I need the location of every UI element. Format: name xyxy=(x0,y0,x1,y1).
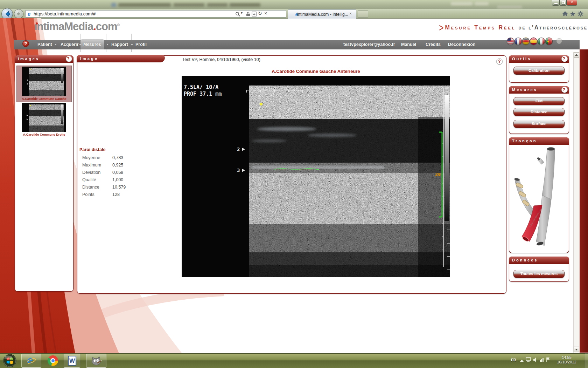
nav-item-rapport[interactable]: Rapport xyxy=(111,42,128,47)
scroll-down-button[interactable] xyxy=(574,347,579,352)
outils-panel-header: Outils ? xyxy=(509,55,569,63)
ie-favicon: e xyxy=(28,11,30,17)
nav-item-patient[interactable]: Patient xyxy=(37,42,52,47)
images-help-button[interactable]: ? xyxy=(66,56,72,62)
nav-bullet xyxy=(55,44,56,45)
search-icon[interactable] xyxy=(235,12,240,16)
ultrasound-image[interactable]: 7.5LA/ 10/A PROF 37.1 mm 2 3 20 xyxy=(182,76,450,277)
tagline-primary: Mesure Temps Réel xyxy=(445,25,516,31)
action-center-flag-icon[interactable] xyxy=(547,357,550,362)
favorites-star-icon[interactable] xyxy=(570,11,576,17)
tray-icons[interactable] xyxy=(526,357,550,363)
logo-tld: com xyxy=(96,20,117,33)
ultrasound-overlay-line1: 7.5LA/ 10/A xyxy=(184,84,218,90)
url-text[interactable]: https://beta.intimamedia.com/# xyxy=(34,11,96,16)
flag-de-icon[interactable] xyxy=(522,38,530,45)
nav-link-credits[interactable]: Crédits xyxy=(426,42,441,47)
measurement-label: Distance xyxy=(82,185,99,190)
lock-icon[interactable] xyxy=(246,12,250,16)
nav-separator xyxy=(55,34,55,40)
nav-item-acquerir[interactable]: Acquérir xyxy=(61,42,78,47)
measurement-label: Deviation xyxy=(82,170,100,175)
flag-extra-faded-icon[interactable] xyxy=(556,38,562,44)
flag-es-icon[interactable] xyxy=(530,38,537,45)
thumbnail-item-selected[interactable]: A.Carotide Commune Gauche xyxy=(16,66,72,102)
background-window-title-blur xyxy=(174,3,204,7)
flag-it-icon[interactable] xyxy=(538,38,545,45)
nav-bullet xyxy=(79,44,81,45)
nav-separator xyxy=(106,34,106,40)
taskbar-gimp-button[interactable] xyxy=(86,354,106,368)
nav-separator xyxy=(80,49,80,52)
images-panel-header: Images ? xyxy=(15,55,74,63)
image-help-button[interactable]: ? xyxy=(496,58,503,64)
tab-close-icon[interactable]: × xyxy=(349,11,352,16)
flag-pt-icon[interactable] xyxy=(545,38,553,45)
tray-date: 10/10/2012 xyxy=(552,360,582,364)
tray-language[interactable]: FR xyxy=(511,358,516,362)
tray-hidden-icons-button[interactable] xyxy=(520,360,524,362)
search-dropdown-caret-icon[interactable]: ▾ xyxy=(241,11,243,15)
tagline-secondary: de l'Athérosclérose xyxy=(519,25,588,31)
scroll-up-icon xyxy=(575,54,578,56)
stop-icon[interactable]: × xyxy=(264,11,267,16)
taskbar-chrome-button[interactable] xyxy=(48,355,58,366)
nav-item-mesures[interactable]: Mesures xyxy=(83,42,101,47)
mesures-panel: Mesures ? EIM Distance Surface xyxy=(509,86,569,134)
outils-help-button[interactable]: ? xyxy=(561,56,568,62)
thumbnail-item[interactable]: A.Carotide Commune Droite xyxy=(16,102,72,138)
scroll-up-button[interactable] xyxy=(574,52,579,58)
thumbnail-label[interactable]: A.Carotide Commune Droite xyxy=(16,133,72,136)
grayscale-colorbar xyxy=(444,95,449,221)
measurement-value: 0,783 xyxy=(112,155,123,160)
depth-scale-value: 20 xyxy=(435,172,441,177)
refresh-icon[interactable]: ↻ xyxy=(258,11,262,16)
flag-fr-icon[interactable] xyxy=(514,38,522,45)
site-logo[interactable]: ıntimaMedia.com® xyxy=(34,20,120,33)
show-desktop-button[interactable] xyxy=(585,353,588,368)
mesures-help-button[interactable]: ? xyxy=(561,87,568,93)
nav-link-deconnexion[interactable]: Déconnexion xyxy=(448,42,476,47)
measurement-value: 0,925 xyxy=(112,163,123,168)
surface-button[interactable]: Surface xyxy=(513,120,565,128)
flag-us-icon[interactable] xyxy=(507,38,514,45)
troncon-panel-header: Tronçon xyxy=(509,137,569,145)
logo-text: ıntimaMedia xyxy=(34,20,93,33)
marker-3-label: 3 xyxy=(237,168,240,173)
tray-clock[interactable]: 14:55 10/10/2012 xyxy=(552,355,582,364)
network-icon[interactable] xyxy=(540,358,544,362)
eim-button[interactable]: EIM xyxy=(513,97,565,105)
flag-pt-emblem xyxy=(547,41,549,42)
calibration-button[interactable]: Calibration xyxy=(513,67,565,75)
home-icon[interactable] xyxy=(562,11,568,17)
carotid-artery-diagram[interactable]: © 2011 IntimaMedia.com xyxy=(511,146,568,251)
settings-gear-icon[interactable] xyxy=(578,11,583,17)
thumbnail-label[interactable]: A.Carotide Commune Gauche xyxy=(17,97,71,101)
image-panel-header: Image xyxy=(77,55,165,62)
monitor-icon[interactable] xyxy=(526,357,531,362)
maximize-button[interactable] xyxy=(559,0,567,6)
page-scrollbar-track[interactable] xyxy=(573,52,580,353)
nav-bullet xyxy=(131,44,133,45)
compatibility-view-icon[interactable] xyxy=(252,12,257,16)
nav-link-manuel[interactable]: Manuel xyxy=(401,42,416,47)
close-button[interactable]: × xyxy=(567,0,577,6)
user-email[interactable]: testvpexplorer@yahoo.fr xyxy=(343,42,395,47)
taskbar-ie-button[interactable]: e xyxy=(21,354,41,368)
measurement-label: Maximum xyxy=(82,163,101,168)
measurement-value: 128 xyxy=(112,192,120,197)
minimize-button[interactable] xyxy=(552,0,559,6)
measurement-label: Moyenne xyxy=(82,155,100,160)
distance-button[interactable]: Distance xyxy=(513,108,565,116)
tagline-chevron-icon: > xyxy=(439,22,443,34)
nav-help-button[interactable]: ? xyxy=(22,40,29,47)
troncon-panel-title: Tronçon xyxy=(512,139,537,143)
thumbnail-ultrasound-gauche xyxy=(22,67,66,96)
volume-icon[interactable] xyxy=(533,357,536,362)
new-tab-button[interactable] xyxy=(358,11,368,18)
nav-item-profil[interactable]: Profil xyxy=(135,42,147,47)
toutes-les-mesures-button[interactable]: Toutes les mesures xyxy=(513,270,565,278)
taskbar-word-button[interactable]: W xyxy=(64,354,80,368)
start-button[interactable] xyxy=(3,354,16,367)
forward-button[interactable] xyxy=(14,9,23,19)
